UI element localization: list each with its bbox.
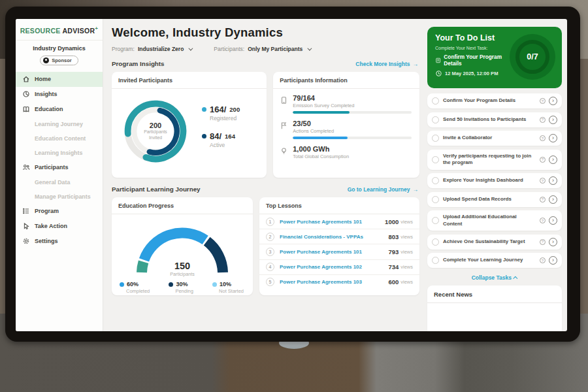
legend-dot xyxy=(212,282,217,287)
sidebar-item-insights[interactable]: Insights xyxy=(16,87,103,102)
program-dropdown[interactable]: Program: Industrialize Zero xyxy=(112,46,191,52)
sidebar-item-program[interactable]: Program xyxy=(16,204,103,219)
task-info-icon[interactable]: ? xyxy=(540,257,546,263)
participants-label: Participants: xyxy=(214,46,244,52)
clock-icon xyxy=(435,70,442,77)
chevron-down-icon xyxy=(308,46,312,50)
todo-task[interactable]: Invite a Collaborator ? › xyxy=(427,131,562,146)
task-info-icon[interactable]: ? xyxy=(540,98,546,104)
task-info-icon[interactable]: ? xyxy=(540,117,546,123)
arrow-right-icon: → xyxy=(413,186,419,193)
collapse-label: Collapse Tasks xyxy=(472,274,512,281)
legend-label: Completed xyxy=(126,288,150,294)
task-chevron-button[interactable]: › xyxy=(549,195,557,204)
todo-task[interactable]: Confirm Your Program Details ? › xyxy=(427,93,562,108)
app-logo: RESOURCE ADVISOR+ xyxy=(16,25,103,35)
legend-label: Pending xyxy=(175,288,193,294)
sidebar-item-label: Education xyxy=(35,106,63,112)
metric-label: Actions Completed xyxy=(293,128,412,134)
participants-dropdown[interactable]: Participants: Only My Participants xyxy=(214,46,310,52)
task-checkbox[interactable] xyxy=(432,177,439,184)
card-title: Top Lessons xyxy=(259,197,419,214)
task-label: Explore Your Insights Dashboard xyxy=(443,177,537,184)
todo-task[interactable]: Upload Additional Educational Content ? … xyxy=(427,210,562,231)
chevron-down-icon xyxy=(189,46,193,50)
go-to-learning-journey-link[interactable]: Go to Learning Journey → xyxy=(348,186,418,193)
background: RESOURCE ADVISOR+ Industry Dynamics Spon… xyxy=(0,0,588,392)
app-window: RESOURCE ADVISOR+ Industry Dynamics Spon… xyxy=(16,19,567,331)
sidebar-item-take-action[interactable]: Take Action xyxy=(16,219,103,234)
task-info-icon[interactable]: ? xyxy=(540,218,546,223)
todo-summary-card: Your To Do List Complete Your Next Task:… xyxy=(427,27,562,88)
sidebar-item-learning-insights[interactable]: Learning Insights xyxy=(16,146,103,160)
task-chevron-button[interactable]: › xyxy=(549,176,557,185)
todo-task[interactable]: Achieve One Sustainability Target ? › xyxy=(427,235,562,250)
sidebar-item-home[interactable]: Home xyxy=(16,72,103,87)
task-info-icon[interactable]: ? xyxy=(540,239,546,245)
todo-task[interactable]: Complete Your Learning Journey ? › xyxy=(427,253,562,268)
lesson-rank: 2 xyxy=(266,233,274,241)
task-chevron-button[interactable]: › xyxy=(549,155,557,164)
section-title-learning-journey: Participant Learning Journey xyxy=(112,186,201,193)
task-checkbox[interactable] xyxy=(432,257,439,264)
task-chevron-button[interactable]: › xyxy=(549,216,557,225)
education-icon xyxy=(22,105,30,113)
sidebar-item-education[interactable]: Education xyxy=(16,102,103,117)
task-label: Send 50 Invitations to Participants xyxy=(443,116,537,123)
sidebar-item-education-content[interactable]: Education Content xyxy=(16,131,103,146)
task-info-icon[interactable]: ? xyxy=(540,135,546,141)
take-action-icon xyxy=(22,222,30,230)
task-label: Upload Additional Educational Content xyxy=(443,214,537,227)
todo-task[interactable]: Explore Your Insights Dashboard ? › xyxy=(427,173,562,188)
lesson-link[interactable]: Power Purchase Agreements 101 xyxy=(280,249,362,255)
task-label: Verify participants requesting to join t… xyxy=(443,153,537,167)
lesson-row: 4 Power Purchase Agreements 102 734 view… xyxy=(259,260,419,275)
lesson-rank: 4 xyxy=(266,263,274,271)
task-info-icon[interactable]: ? xyxy=(540,178,546,184)
lesson-link[interactable]: Financial Considerations - VPPAs xyxy=(280,234,363,240)
todo-counter: 0/7 xyxy=(527,52,538,61)
sidebar-item-manage-participants[interactable]: Manage Participants xyxy=(16,189,103,204)
task-info-icon[interactable]: ? xyxy=(540,197,546,203)
actions-flag-icon xyxy=(280,122,288,130)
todo-progress-ring: 0/7 xyxy=(510,34,555,80)
donut-center-label: Invited xyxy=(149,135,162,141)
legend-completed: 60% Completed xyxy=(120,281,150,294)
lesson-link[interactable]: Power Purchase Agreements 101 xyxy=(280,219,362,225)
todo-task[interactable]: Verify participants requesting to join t… xyxy=(427,150,562,170)
sidebar-item-label: Home xyxy=(35,76,51,82)
task-chevron-button[interactable]: › xyxy=(549,238,557,246)
task-checkbox[interactable] xyxy=(432,135,439,142)
task-chevron-button[interactable]: › xyxy=(549,256,557,265)
task-chevron-button[interactable]: › xyxy=(549,116,557,124)
task-info-icon[interactable]: ? xyxy=(540,157,546,163)
todo-task[interactable]: Upload Spend Data Records ? › xyxy=(427,192,562,207)
progress-fill xyxy=(293,111,350,114)
arrow-right-icon: → xyxy=(413,61,419,67)
sidebar-item-general-data[interactable]: General Data xyxy=(16,175,103,189)
legend-pct: 30% xyxy=(176,281,188,287)
sponsor-badge-icon xyxy=(43,57,49,63)
task-chevron-button[interactable]: › xyxy=(549,97,557,105)
todo-task[interactable]: Send 50 Invitations to Participants ? › xyxy=(427,112,562,127)
lesson-link[interactable]: Power Purchase Agreements 103 xyxy=(280,279,362,285)
task-checkbox[interactable] xyxy=(432,116,439,123)
collapse-tasks-link[interactable]: Collapse Tasks xyxy=(427,272,562,286)
task-checkbox[interactable] xyxy=(432,217,439,224)
task-checkbox[interactable] xyxy=(432,156,439,163)
task-checkbox[interactable] xyxy=(432,196,439,203)
sidebar-item-settings[interactable]: Settings xyxy=(16,234,103,249)
logo-advisor: ADVISOR xyxy=(62,27,95,35)
task-chevron-button[interactable]: › xyxy=(549,134,557,142)
views-word: views xyxy=(400,279,413,285)
sidebar-item-participants[interactable]: Participants xyxy=(16,160,103,175)
survey-icon xyxy=(280,96,288,105)
task-checkbox[interactable] xyxy=(432,238,439,246)
check-more-insights-link[interactable]: Check More Insights → xyxy=(355,61,418,67)
metric-label: Emission Survey Completed xyxy=(293,103,412,108)
lesson-row: 2 Financial Considerations - VPPAs 803 v… xyxy=(259,229,419,244)
lesson-link[interactable]: Power Purchase Agreements 102 xyxy=(280,264,362,270)
task-checkbox[interactable] xyxy=(432,97,439,105)
sidebar-item-learning-journey[interactable]: Learning Journey xyxy=(16,117,103,131)
insights-icon xyxy=(22,90,30,98)
